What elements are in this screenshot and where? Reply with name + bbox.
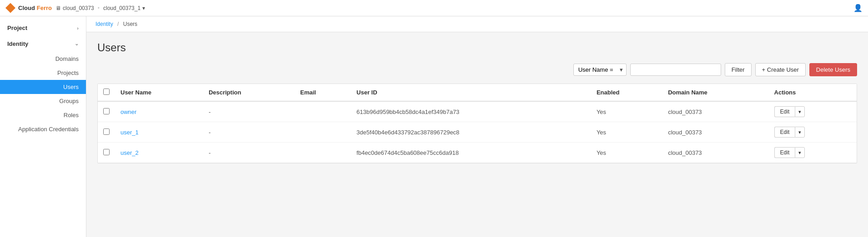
create-user-button[interactable]: + Create User — [755, 63, 806, 76]
edit-button-group-0: Edit ▾ — [774, 106, 805, 117]
table-row: owner - 613b96d959bb4cb58dc4a1ef349b7a73… — [98, 101, 857, 122]
row-enabled-1: Yes — [591, 122, 662, 143]
row-description-1: - — [203, 122, 295, 143]
row-description-2: - — [203, 143, 295, 163]
row-domain-0: cloud_00373 — [662, 101, 768, 122]
topbar-left: CloudFerro 🖥 cloud_00373 • cloud_00373_1… — [5, 3, 145, 13]
row-actions-1: Edit ▾ — [769, 122, 857, 143]
th-checkbox — [98, 84, 115, 101]
row-userid-2: fb4ec0de674d4c5ba608ee75cc6da918 — [351, 143, 591, 163]
username-link-2[interactable]: user_2 — [120, 149, 139, 156]
row-enabled-0: Yes — [591, 101, 662, 122]
edit-button-0[interactable]: Edit — [774, 106, 795, 117]
edit-button-2[interactable]: Edit — [774, 147, 795, 158]
th-email: Email — [295, 84, 351, 101]
layout: Project › Identity ⌄ Domains Projects Us… — [0, 16, 868, 237]
table-row: user_2 - fb4ec0de674d4c5ba608ee75cc6da91… — [98, 143, 857, 163]
username-link-1[interactable]: user_1 — [120, 129, 139, 136]
cloud-icon: 🖥 — [55, 5, 61, 11]
row-actions-0: Edit ▾ — [769, 101, 857, 122]
row-actions-2: Edit ▾ — [769, 143, 857, 163]
row-domain-2: cloud_00373 — [662, 143, 768, 163]
sidebar-section-project[interactable]: Project › — [0, 20, 86, 36]
row-username-1: user_1 — [115, 122, 203, 143]
filter-select-wrapper: User Name = — [573, 64, 627, 76]
topbar-bullet: • — [98, 5, 100, 11]
row-username-0: owner — [115, 101, 203, 122]
page-title: Users — [97, 41, 857, 54]
users-table-wrapper: User Name Description Email User ID — [97, 84, 857, 163]
sidebar-item-projects[interactable]: Projects — [0, 66, 86, 80]
edit-caret-button-0[interactable]: ▾ — [795, 106, 805, 117]
topbar-project-sub: cloud_00373_1 — [103, 5, 140, 11]
sidebar: Project › Identity ⌄ Domains Projects Us… — [0, 16, 86, 237]
delete-users-button[interactable]: Delete Users — [809, 63, 857, 76]
sidebar-item-users[interactable]: Users — [0, 80, 86, 94]
breadcrumb-separator: / — [117, 21, 119, 27]
select-all-checkbox[interactable] — [103, 89, 110, 95]
row-enabled-2: Yes — [591, 143, 662, 163]
row-username-2: user_2 — [115, 143, 203, 163]
breadcrumb: Identity / Users — [86, 16, 868, 32]
table-header-row: User Name Description Email User ID — [98, 84, 857, 101]
th-domain: Domain Name — [662, 84, 768, 101]
users-table: User Name Description Email User ID — [98, 84, 857, 163]
sidebar-identity-label: Identity — [7, 40, 28, 47]
row-checkbox-2[interactable] — [103, 149, 110, 155]
topbar-dropdown-arrow[interactable]: ▾ — [142, 5, 145, 11]
filter-select[interactable]: User Name = — [573, 64, 627, 76]
edit-button-group-2: Edit ▾ — [774, 147, 805, 158]
row-domain-1: cloud_00373 — [662, 122, 768, 143]
topbar-nav[interactable]: 🖥 cloud_00373 • cloud_00373_1 ▾ — [55, 5, 145, 11]
th-enabled: Enabled — [591, 84, 662, 101]
sidebar-item-domains[interactable]: Domains — [0, 52, 86, 66]
row-userid-0: 613b96d959bb4cb58dc4a1ef349b7a73 — [351, 101, 591, 122]
username-link-0[interactable]: owner — [120, 109, 136, 115]
breadcrumb-current: Users — [123, 21, 137, 27]
sidebar-project-label: Project — [7, 25, 27, 31]
sidebar-projects-label: Projects — [57, 69, 79, 76]
sidebar-domains-label: Domains — [55, 55, 79, 62]
sidebar-item-app-creds[interactable]: Application Credentials — [0, 122, 86, 136]
sidebar-app-creds-label: Application Credentials — [18, 126, 79, 133]
chevron-right-icon: › — [77, 25, 79, 31]
edit-button-group-1: Edit ▾ — [774, 127, 805, 138]
th-username: User Name — [115, 84, 203, 101]
row-checkbox-cell — [98, 122, 115, 143]
toolbar: User Name = Filter + Create User Delete … — [97, 63, 857, 76]
topbar-user-icon[interactable]: 👤 — [853, 4, 863, 12]
edit-button-1[interactable]: Edit — [774, 127, 795, 138]
edit-caret-button-1[interactable]: ▾ — [795, 127, 805, 138]
th-userid: User ID — [351, 84, 591, 101]
th-description: Description — [203, 84, 295, 101]
filter-button[interactable]: Filter — [725, 63, 752, 76]
topbar-project: cloud_00373 — [63, 5, 94, 11]
logo-icon — [5, 3, 15, 13]
row-checkbox-0[interactable] — [103, 108, 110, 114]
main-content: Identity / Users Users User Name = Filte… — [86, 16, 868, 237]
page-content: Users User Name = Filter + Create User D… — [86, 32, 868, 173]
sidebar-groups-label: Groups — [59, 98, 79, 104]
sidebar-users-label: Users — [63, 84, 79, 90]
sidebar-item-roles[interactable]: Roles — [0, 108, 86, 122]
sidebar-roles-label: Roles — [64, 112, 79, 118]
topbar: CloudFerro 🖥 cloud_00373 • cloud_00373_1… — [0, 0, 868, 16]
row-userid-1: 3de5f40b4e6d433792ac387896729ec8 — [351, 122, 591, 143]
logo: CloudFerro — [5, 3, 52, 13]
logo-cloud-text: Cloud — [18, 5, 35, 11]
breadcrumb-parent[interactable]: Identity — [95, 21, 113, 27]
th-actions: Actions — [769, 84, 857, 101]
row-email-1 — [295, 122, 351, 143]
sidebar-item-groups[interactable]: Groups — [0, 94, 86, 108]
filter-input[interactable] — [630, 64, 721, 76]
chevron-down-icon: ⌄ — [75, 41, 79, 47]
logo-ferro-text: Ferro — [37, 5, 52, 11]
sidebar-section-identity[interactable]: Identity ⌄ — [0, 36, 86, 52]
table-body: owner - 613b96d959bb4cb58dc4a1ef349b7a73… — [98, 101, 857, 163]
row-email-2 — [295, 143, 351, 163]
row-checkbox-1[interactable] — [103, 128, 110, 135]
row-email-0 — [295, 101, 351, 122]
table-row: user_1 - 3de5f40b4e6d433792ac387896729ec… — [98, 122, 857, 143]
edit-caret-button-2[interactable]: ▾ — [795, 147, 805, 158]
row-checkbox-cell — [98, 101, 115, 122]
